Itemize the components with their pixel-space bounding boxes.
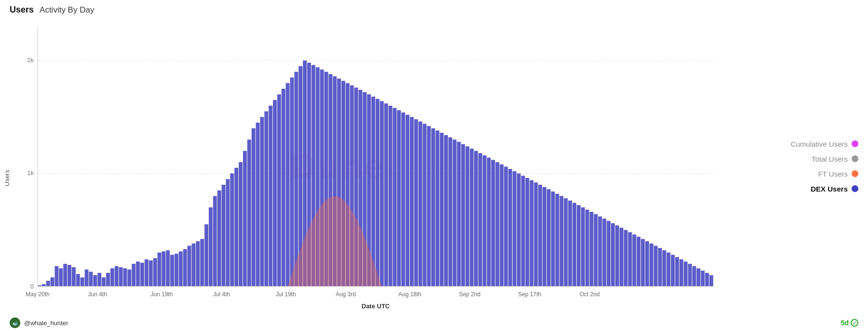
bar-36 [191,244,195,287]
bar-15 [102,277,106,287]
bar-18 [115,266,119,286]
bar-48 [243,151,247,287]
bar-12 [89,272,93,286]
bar-111 [513,171,516,287]
bar-127 [581,207,585,287]
svg-text:Oct 2nd: Oct 2nd [580,291,600,298]
bar-130 [594,214,598,287]
footer-timeframe: 5d ✓ [841,319,858,327]
header-users-label: Users [10,5,34,15]
bar-90 [423,124,427,286]
bar-147 [666,252,670,286]
bar-21 [127,269,131,286]
username-label: @whale_hunter [24,319,68,327]
bar-40 [209,207,213,287]
bar-100 [465,146,469,286]
bar-22 [132,264,136,287]
bar-91 [427,126,431,286]
legend-label-2: FT Users [733,170,848,178]
bar-118 [542,187,546,287]
legend-dot-3 [852,185,858,192]
svg-text:Aug 3rd: Aug 3rd [336,291,356,298]
svg-text:Date UTC: Date UTC [362,303,390,310]
bar-123 [564,198,568,287]
chart-header: Users Activity By Day [0,0,868,17]
svg-text:May 20th: May 20th [26,291,49,298]
bar-150 [679,259,683,286]
bar-50 [252,128,256,287]
chart-area: Users 2k1k0May 20thJun 4thJun 19thJul 4t… [0,17,868,316]
bar-29 [162,251,165,287]
bar-8 [72,267,76,287]
bar-122 [560,196,564,286]
bar-54 [269,106,272,287]
bar-145 [658,248,662,287]
bar-80 [380,101,384,287]
bar-17 [110,268,114,286]
bar-39 [204,224,208,287]
bar-119 [547,189,551,286]
svg-text:1k: 1k [27,169,34,177]
bar-85 [401,112,405,287]
bar-2 [46,281,50,287]
bar-83 [393,108,396,287]
bar-136 [620,228,624,287]
bar-9 [76,274,80,287]
bar-124 [568,201,572,287]
bar-148 [671,255,675,287]
bar-117 [538,185,542,287]
bar-3 [51,277,54,287]
bar-13 [93,275,97,286]
bar-14 [97,273,101,287]
svg-text:0: 0 [30,283,34,290]
bar-95 [444,135,448,287]
chart-title: Activity By Day [40,5,94,15]
bar-157 [709,275,713,286]
bar-81 [384,103,388,286]
svg-text:Jul 4th: Jul 4th [213,291,230,298]
footer-user: 🐋 @whale_hunter [10,317,68,328]
bar-44 [226,179,230,286]
bar-26 [149,261,153,287]
bar-43 [222,185,226,287]
bar-6 [63,264,67,287]
bar-135 [615,225,619,286]
bar-46 [234,168,238,287]
bar-28 [157,252,161,286]
bar-140 [637,237,640,287]
bar-25 [145,259,149,286]
bar-38 [200,239,204,286]
bar-97 [453,139,457,286]
bar-88 [414,119,418,286]
bar-105 [487,158,491,287]
bar-42 [217,191,221,287]
legend-label-0: Cumulative Users [733,140,848,148]
bar-99 [461,144,465,287]
bar-59 [290,77,294,286]
bar-110 [508,169,512,286]
bar-4 [54,266,58,286]
bar-58 [286,83,290,286]
chart-container: Users Activity By Day Users 2k1k0May 20t… [0,0,868,331]
bar-104 [483,155,487,287]
bar-60 [294,72,298,287]
bar-102 [474,151,478,287]
bar-144 [654,246,658,286]
bar-125 [572,203,576,286]
bar-51 [256,123,260,286]
bar-139 [632,234,636,287]
chart-footer: 🐋 @whale_hunter 5d ✓ [0,316,868,331]
bar-41 [213,196,217,286]
bar-84 [397,110,401,286]
bar-108 [500,165,503,287]
legend-item-1: Total Users [733,155,858,163]
bar-126 [577,205,581,287]
legend-item-3: DEX Users [733,185,858,193]
bar-103 [478,153,482,286]
bar-16 [106,273,110,287]
bar-chart-svg: 2k1k0May 20thJun 4thJun 19thJul 4thJul 1… [14,17,723,316]
bar-11 [85,269,89,286]
bar-138 [628,232,632,286]
bar-114 [526,178,529,287]
bar-94 [440,133,444,286]
